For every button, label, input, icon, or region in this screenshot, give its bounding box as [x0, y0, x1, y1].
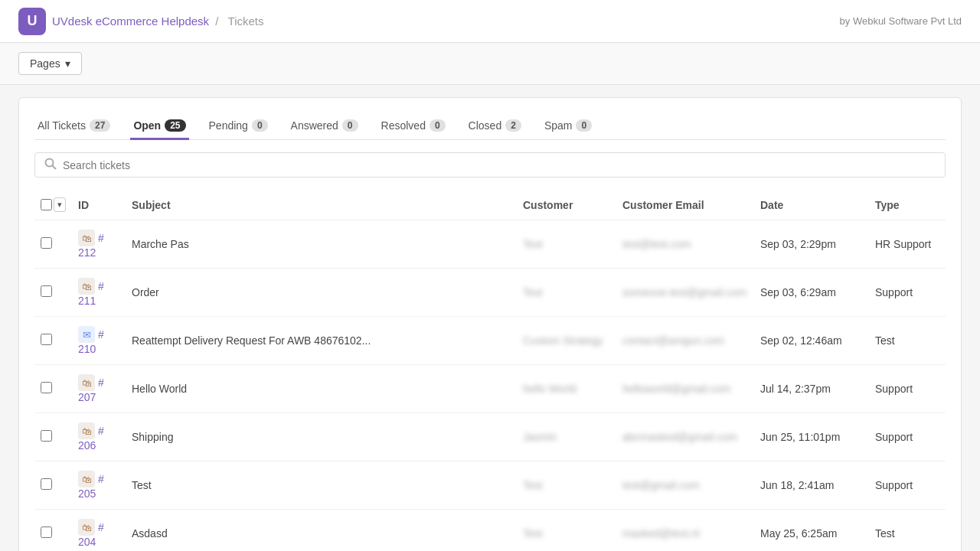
logo-letter: U	[28, 13, 38, 29]
tickets-table: ▾ ID Subject Customer Customer Email Dat…	[34, 190, 946, 551]
app-title: UVdesk eCommerce Helpdesk / Tickets	[52, 15, 267, 28]
tab-spam-label: Spam	[544, 119, 573, 132]
tab-closed[interactable]: Closed2	[466, 113, 524, 140]
col-id: ID	[72, 190, 126, 220]
select-all-checkbox[interactable]	[41, 199, 52, 210]
svg-point-0	[46, 159, 54, 167]
search-icon	[44, 158, 57, 172]
table-row: ✉# 210Reattempt Delivery Request For AWB…	[34, 317, 946, 365]
top-bar: U UVdesk eCommerce Helpdesk / Tickets by…	[0, 0, 980, 43]
select-all-dropdown[interactable]: ▾	[54, 197, 66, 212]
search-input[interactable]	[63, 159, 936, 171]
pages-button-label: Pages	[30, 57, 60, 70]
table-row: 🛍# 212Marche PasTesttest@test.comSep 03,…	[34, 220, 946, 269]
tab-answered-label: Answered	[291, 119, 338, 132]
table-row: 🛍# 206ShippingJasminabcmasked@gmail.comJ…	[34, 413, 946, 461]
ticket-email: helloworld@gmail.com	[616, 365, 754, 413]
tab-closed-label: Closed	[469, 119, 502, 132]
ticket-email: masked@test.nl	[616, 510, 754, 552]
select-all-header: ▾	[34, 190, 72, 220]
ticket-type: Test	[869, 317, 946, 365]
tab-resolved-label: Resolved	[381, 119, 426, 132]
tab-resolved-badge: 0	[430, 119, 446, 132]
shopify-icon: 🛍	[78, 374, 95, 391]
ticket-customer: hello World	[517, 365, 616, 413]
tab-all[interactable]: All Tickets27	[34, 113, 113, 140]
table-row: 🛍# 205TestTesttest@gmail.comJun 18, 2:41…	[34, 461, 946, 510]
table-row: 🛍# 204AsdasdTestmasked@test.nlMay 25, 6:…	[34, 510, 946, 552]
row-checkbox-3[interactable]	[41, 382, 52, 393]
col-date: Date	[754, 190, 869, 220]
pages-button[interactable]: Pages ▾	[18, 52, 82, 75]
row-checkbox-0[interactable]	[41, 237, 52, 249]
tab-open[interactable]: Open25	[130, 113, 188, 140]
svg-line-1	[53, 166, 57, 170]
ticket-email: abcmasked@gmail.com	[616, 413, 754, 461]
tab-closed-badge: 2	[505, 119, 521, 132]
tab-pending-label: Pending	[209, 119, 248, 132]
ticket-email: test@test.com	[616, 220, 754, 269]
table-header-row: ▾ ID Subject Customer Customer Email Dat…	[34, 190, 946, 220]
main-content: All Tickets27Open25Pending0Answered0Reso…	[0, 85, 980, 551]
ticket-date: Jun 18, 2:41am	[754, 461, 869, 510]
tab-pending-badge: 0	[252, 119, 268, 132]
col-type: Type	[869, 190, 946, 220]
top-bar-left: U UVdesk eCommerce Helpdesk / Tickets	[18, 8, 267, 35]
shopify-icon: 🛍	[78, 230, 95, 246]
ticket-container: All Tickets27Open25Pending0Answered0Reso…	[18, 97, 962, 551]
app-logo: U	[18, 8, 46, 35]
ticket-date: May 25, 6:25am	[754, 510, 869, 552]
app-name-link[interactable]: UVdesk eCommerce Helpdesk	[52, 15, 209, 28]
row-checkbox-1[interactable]	[41, 285, 52, 297]
tab-spam-badge: 0	[576, 119, 592, 132]
table-row: 🛍# 207Hello Worldhello Worldhelloworld@g…	[34, 365, 946, 413]
shopify-icon: 🛍	[78, 278, 95, 295]
ticket-customer: Test	[517, 220, 616, 269]
row-checkbox-6[interactable]	[41, 527, 52, 538]
ticket-subject: Asdasd	[126, 510, 517, 552]
tab-answered-badge: 0	[342, 119, 358, 132]
tab-pending[interactable]: Pending0	[206, 113, 271, 140]
tab-all-badge: 27	[90, 119, 110, 132]
ticket-date: Sep 03, 6:29am	[754, 269, 869, 317]
ticket-email: contact@arogun.com	[616, 317, 754, 365]
ticket-type: Support	[869, 365, 946, 413]
row-checkbox-4[interactable]	[41, 430, 52, 442]
search-bar	[34, 152, 946, 178]
ticket-subject: Shipping	[126, 413, 517, 461]
tab-answered[interactable]: Answered0	[288, 113, 361, 140]
ticket-customer: Jasmin	[517, 413, 616, 461]
col-customer: Customer	[517, 190, 616, 220]
ticket-type: Support	[869, 461, 946, 510]
tab-spam[interactable]: Spam0	[541, 113, 595, 140]
ticket-customer: Test	[517, 269, 616, 317]
col-subject: Subject	[126, 190, 517, 220]
ticket-type: Support	[869, 413, 946, 461]
ticket-subject: Order	[126, 269, 517, 317]
ticket-date: Jul 14, 2:37pm	[754, 365, 869, 413]
ticket-email: test@gmail.com	[616, 461, 754, 510]
ticket-email: someone.test@gmail.com	[616, 269, 754, 317]
shopify-icon: 🛍	[78, 422, 95, 439]
tab-resolved[interactable]: Resolved0	[378, 113, 449, 140]
tab-open-badge: 25	[165, 119, 185, 132]
by-text: by Webkul Software Pvt Ltd	[840, 15, 962, 27]
ticket-customer: Test	[517, 510, 616, 552]
row-checkbox-2[interactable]	[41, 334, 52, 345]
ticket-type: HR Support	[869, 220, 946, 269]
tabs-bar: All Tickets27Open25Pending0Answered0Reso…	[34, 113, 946, 140]
ticket-customer: Test	[517, 461, 616, 510]
ticket-date: Jun 25, 11:01pm	[754, 413, 869, 461]
ticket-date: Sep 03, 2:29pm	[754, 220, 869, 269]
table-row: 🛍# 211OrderTestsomeone.test@gmail.comSep…	[34, 269, 946, 317]
ticket-customer: Custom Strategy	[517, 317, 616, 365]
ticket-type: Support	[869, 269, 946, 317]
tab-open-label: Open	[133, 119, 161, 132]
row-checkbox-5[interactable]	[41, 478, 52, 490]
sub-bar: Pages ▾	[0, 43, 980, 85]
ticket-subject: Reattempt Delivery Request For AWB 48676…	[126, 317, 517, 365]
ticket-date: Sep 02, 12:46am	[754, 317, 869, 365]
col-email: Customer Email	[616, 190, 754, 220]
ticket-subject: Test	[126, 461, 517, 510]
page-title: Tickets	[228, 15, 264, 28]
